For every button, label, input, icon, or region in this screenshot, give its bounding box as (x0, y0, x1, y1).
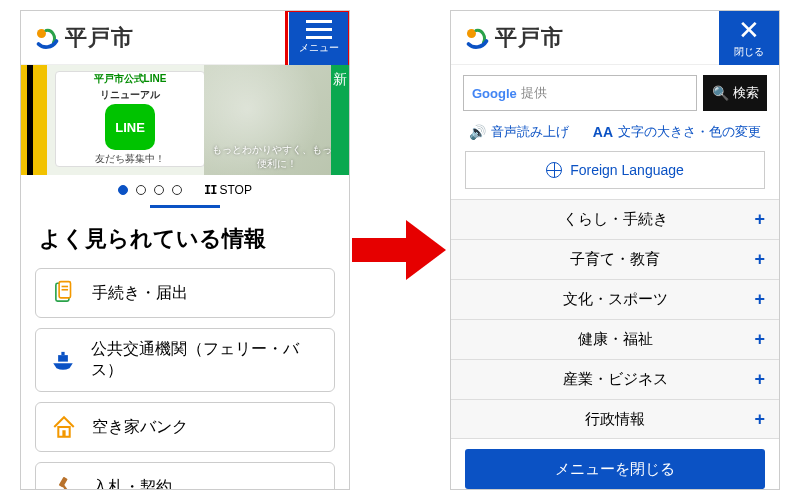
logo-mark-icon (461, 23, 491, 53)
category-label: 健康・福祉 (578, 330, 653, 349)
expand-icon: + (754, 369, 765, 390)
google-logo-text: Google (472, 86, 517, 101)
category-label: 行政情報 (585, 410, 645, 429)
house-icon (50, 413, 78, 441)
foreign-language-button[interactable]: Foreign Language (465, 151, 765, 189)
pause-icon: II (204, 183, 216, 197)
search-input[interactable]: Google 提供 (463, 75, 697, 111)
category-item[interactable]: 健康・福祉+ (451, 319, 779, 359)
ship-icon (50, 346, 77, 374)
text-settings-label: 文字の大きさ・色の変更 (618, 123, 761, 141)
svg-rect-6 (62, 352, 65, 355)
logo-text: 平戸市 (65, 23, 134, 53)
popular-info-list: 手続き・届出 公共交通機関（フェリー・バス） 空き家バンク 入札・契約 (21, 268, 349, 490)
voice-label: 音声読み上げ (491, 123, 569, 141)
line-sub: リニューアル (100, 88, 160, 102)
header: 平戸市 メニュー (21, 11, 349, 65)
section-underline (150, 205, 220, 208)
phone-menu-open: 平戸市 ✕ 閉じる Google 提供 🔍 検索 🔊 音声読み上げ (450, 10, 780, 490)
banner-prev-peek (21, 65, 47, 175)
category-item[interactable]: 行政情報+ (451, 399, 779, 439)
line-promo-card: 平戸市公式LINE リニューアル LINE 友だち募集中！ (55, 71, 205, 167)
search-icon: 🔍 (712, 85, 729, 101)
logo-text: 平戸市 (495, 23, 564, 53)
search-placeholder: 提供 (521, 84, 547, 102)
card-bidding[interactable]: 入札・契約 (35, 462, 335, 490)
menu-button-label: メニュー (299, 41, 339, 55)
phone-menu-closed: 平戸市 メニュー 平戸市公式LINE リニューアル LINE 友だち募集中！ (20, 10, 350, 490)
globe-icon (546, 162, 562, 178)
banner-photo: もっとわかりやすく、もっと便利に！ (204, 65, 349, 175)
card-transport[interactable]: 公共交通機関（フェリー・バス） (35, 328, 335, 392)
card-procedures[interactable]: 手続き・届出 (35, 268, 335, 318)
carousel-controls: II STOP (21, 175, 349, 205)
site-logo[interactable]: 平戸市 (31, 23, 134, 53)
open-menu-button[interactable]: メニュー (289, 11, 349, 65)
text-size-icon: AA (593, 124, 613, 140)
line-title: 平戸市公式LINE (94, 72, 167, 86)
expand-icon: + (754, 249, 765, 270)
category-item[interactable]: 産業・ビジネス+ (451, 359, 779, 399)
line-cta: 友だち募集中！ (95, 152, 165, 166)
line-icon: LINE (105, 104, 155, 150)
header: 平戸市 ✕ 閉じる (451, 11, 779, 65)
hero-banner[interactable]: 平戸市公式LINE リニューアル LINE 友だち募集中！ もっとわかりやすく、… (21, 65, 349, 175)
gavel-icon (50, 473, 78, 490)
category-label: 子育て・教育 (570, 250, 660, 269)
svg-line-11 (63, 485, 69, 490)
banner-next-peek: 新 (331, 65, 349, 175)
category-label: 文化・スポーツ (563, 290, 668, 309)
card-label: 手続き・届出 (92, 283, 188, 304)
language-label: Foreign Language (570, 162, 684, 178)
close-menu-button[interactable]: ✕ 閉じる (719, 11, 779, 65)
carousel-dot[interactable] (118, 185, 128, 195)
carousel-dot[interactable] (172, 185, 182, 195)
accessibility-row: 🔊 音声読み上げ AA 文字の大きさ・色の変更 (451, 119, 779, 151)
close-icon: ✕ (738, 17, 760, 43)
hamburger-icon (306, 20, 332, 39)
expand-icon: + (754, 209, 765, 230)
svg-rect-5 (59, 355, 69, 362)
category-item[interactable]: くらし・手続き+ (451, 199, 779, 239)
expand-icon: + (754, 409, 765, 430)
site-logo[interactable]: 平戸市 (461, 23, 564, 53)
logo-mark-icon (31, 23, 61, 53)
banner-caption: もっとわかりやすく、もっと便利に！ (208, 143, 345, 171)
category-label: 産業・ビジネス (563, 370, 668, 389)
svg-rect-8 (62, 430, 65, 437)
close-menu-label: メニューを閉じる (555, 460, 675, 479)
card-label: 公共交通機関（フェリー・バス） (91, 339, 320, 381)
carousel-dot[interactable] (154, 185, 164, 195)
close-button-label: 閉じる (734, 45, 764, 59)
card-vacant-house[interactable]: 空き家バンク (35, 402, 335, 452)
expand-icon: + (754, 289, 765, 310)
category-item[interactable]: 子育て・教育+ (451, 239, 779, 279)
text-settings-button[interactable]: AA 文字の大きさ・色の変更 (593, 123, 761, 141)
close-menu-bar-button[interactable]: メニューを閉じる (465, 449, 765, 489)
carousel-dot[interactable] (136, 185, 146, 195)
card-label: 入札・契約 (92, 477, 172, 491)
transition-arrow-icon (352, 220, 448, 280)
search-row: Google 提供 🔍 検索 (451, 65, 779, 119)
voice-read-button[interactable]: 🔊 音声読み上げ (469, 123, 569, 141)
carousel-stop-button[interactable]: II STOP (204, 183, 252, 197)
document-icon (50, 279, 78, 307)
popular-info-heading: よく見られている情報 (21, 216, 349, 268)
card-label: 空き家バンク (92, 417, 188, 438)
search-button[interactable]: 🔍 検索 (703, 75, 767, 111)
search-button-label: 検索 (733, 84, 759, 102)
stop-label: STOP (219, 183, 251, 197)
category-item[interactable]: 文化・スポーツ+ (451, 279, 779, 319)
category-list: くらし・手続き+ 子育て・教育+ 文化・スポーツ+ 健康・福祉+ 産業・ビジネス… (451, 199, 779, 439)
category-label: くらし・手続き (563, 210, 668, 229)
expand-icon: + (754, 329, 765, 350)
sound-icon: 🔊 (469, 124, 486, 140)
